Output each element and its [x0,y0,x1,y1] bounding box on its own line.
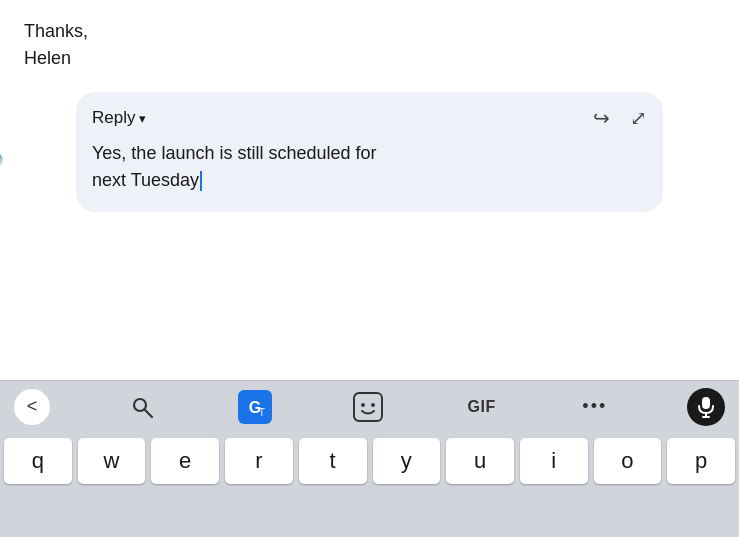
gif-label: GIF [468,398,496,416]
svg-line-2 [145,410,152,417]
compose-text-field[interactable]: Yes, the launch is still scheduled for n… [92,140,647,194]
send-icon [735,135,739,170]
translate-toolbar-button[interactable]: G T [234,386,276,428]
more-icon: ••• [582,396,607,417]
key-y[interactable]: y [373,438,441,484]
svg-point-1 [134,399,146,411]
send-button[interactable] [731,134,739,170]
search-icon [130,395,154,419]
key-q[interactable]: q [4,438,72,484]
keyboard-back-button[interactable]: < [14,389,50,425]
key-p[interactable]: p [667,438,735,484]
key-u[interactable]: u [446,438,514,484]
emoji-toolbar-button[interactable] [347,386,389,428]
svg-rect-9 [702,397,710,409]
compose-text-line1: Yes, the launch is still scheduled for [92,143,377,163]
svg-rect-6 [354,393,382,421]
keyboard-toolbar: < G T GIF ••• [0,380,739,432]
search-toolbar-button[interactable] [121,386,163,428]
svg-text:T: T [259,407,265,418]
email-signature: Thanks, Helen [0,0,739,82]
compose-actions: ↪ ⤢ [593,106,647,130]
compose-container: 📎 Reply ▾ ↪ ⤢ Yes, the launch is still s… [0,92,739,212]
keyboard: qwertyuiop [0,432,739,537]
compose-header: Reply ▾ ↪ ⤢ [92,106,647,130]
text-cursor [200,171,202,191]
key-i[interactable]: i [520,438,588,484]
signature-line1: Thanks, [24,18,715,45]
compose-text-line2: next Tuesday [92,170,199,190]
key-r[interactable]: r [225,438,293,484]
compose-outer: 📎 Reply ▾ ↪ ⤢ Yes, the launch is still s… [16,92,723,212]
microphone-button[interactable] [687,388,725,426]
signature-line2: Helen [24,45,715,72]
translate-icon: G T [238,390,272,424]
key-o[interactable]: o [594,438,662,484]
microphone-icon [697,396,715,418]
forward-icon[interactable]: ↪ [593,106,610,130]
svg-point-7 [361,403,365,407]
more-toolbar-button[interactable]: ••• [574,386,616,428]
attachment-icon[interactable]: 📎 [0,137,4,168]
compose-body[interactable]: Yes, the launch is still scheduled for n… [92,140,647,194]
reply-label-text: Reply [92,108,135,128]
keyboard-row-1: qwertyuiop [4,438,735,484]
key-w[interactable]: w [78,438,146,484]
key-t[interactable]: t [299,438,367,484]
expand-icon[interactable]: ⤢ [630,106,647,130]
back-arrow-icon: < [27,396,38,417]
compose-box: Reply ▾ ↪ ⤢ Yes, the launch is still sch… [76,92,663,212]
reply-chevron-icon: ▾ [139,111,146,126]
key-e[interactable]: e [151,438,219,484]
svg-point-8 [371,403,375,407]
send-button-wrapper[interactable] [731,134,739,170]
reply-dropdown[interactable]: Reply ▾ [92,108,146,128]
gif-toolbar-button[interactable]: GIF [461,386,503,428]
emoji-icon [353,392,383,422]
